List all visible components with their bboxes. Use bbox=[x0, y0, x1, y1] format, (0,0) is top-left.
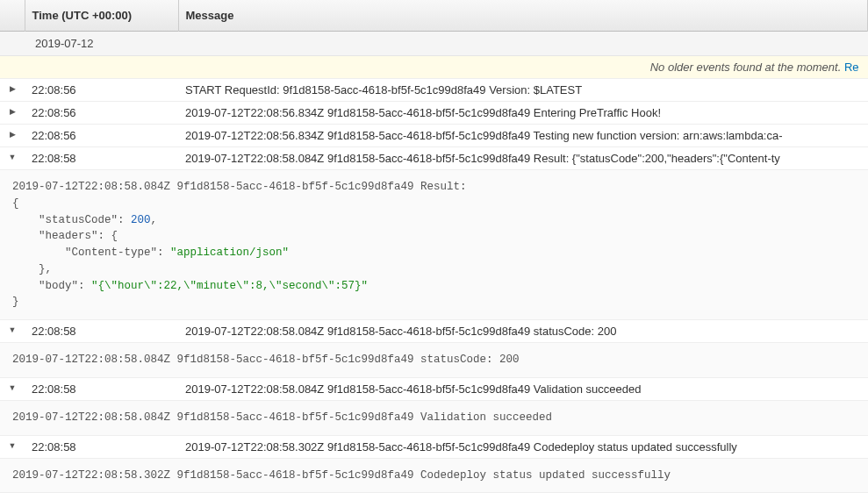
log-time: 22:08:58 bbox=[25, 147, 178, 170]
log-time: 22:08:56 bbox=[25, 125, 178, 147]
chevron-right-icon bbox=[10, 83, 16, 93]
log-time: 22:08:56 bbox=[25, 79, 178, 102]
detail-text: 2019-07-12T22:08:58.084Z 9f1d8158-5acc-4… bbox=[0, 400, 868, 435]
log-row[interactable]: 22:08:58 2019-07-12T22:08:58.084Z 9f1d81… bbox=[0, 377, 868, 400]
log-row[interactable]: 22:08:56 START RequestId: 9f1d8158-5acc-… bbox=[0, 79, 868, 102]
table-header-row: Time (UTC +00:00) Message bbox=[0, 0, 868, 32]
detail-text: 2019-07-12T22:08:58.302Z 9f1d8158-5acc-4… bbox=[0, 458, 868, 493]
log-table: Time (UTC +00:00) Message 2019-07-12 No … bbox=[0, 0, 868, 493]
date-group-label: 2019-07-12 bbox=[0, 32, 868, 56]
expanded-detail: 2019-07-12T22:08:58.084Z 9f1d8158-5acc-4… bbox=[0, 170, 868, 320]
info-banner: No older events found at the moment. Re bbox=[0, 56, 868, 79]
log-row[interactable]: 22:08:58 2019-07-12T22:08:58.084Z 9f1d81… bbox=[0, 147, 868, 170]
log-message: 2019-07-12T22:08:58.084Z 9f1d8158-5acc-4… bbox=[178, 147, 868, 170]
log-row[interactable]: 22:08:58 2019-07-12T22:08:58.302Z 9f1d81… bbox=[0, 435, 868, 458]
log-message: 2019-07-12T22:08:58.084Z 9f1d8158-5acc-4… bbox=[178, 377, 868, 400]
expand-toggle[interactable] bbox=[0, 79, 25, 102]
expand-toggle[interactable] bbox=[0, 125, 25, 147]
expanded-detail: 2019-07-12T22:08:58.084Z 9f1d8158-5acc-4… bbox=[0, 400, 868, 435]
log-time: 22:08:58 bbox=[25, 435, 178, 458]
expand-toggle[interactable] bbox=[0, 147, 25, 170]
log-message: 2019-07-12T22:08:56.834Z 9f1d8158-5acc-4… bbox=[178, 125, 868, 147]
info-banner-link[interactable]: Re bbox=[844, 61, 859, 74]
expand-toggle[interactable] bbox=[0, 320, 25, 343]
log-time: 22:08:58 bbox=[25, 320, 178, 343]
expand-toggle[interactable] bbox=[0, 377, 25, 400]
log-row[interactable]: 22:08:56 2019-07-12T22:08:56.834Z 9f1d81… bbox=[0, 125, 868, 147]
chevron-down-icon bbox=[9, 440, 17, 450]
chevron-right-icon bbox=[10, 106, 16, 116]
header-time[interactable]: Time (UTC +00:00) bbox=[25, 0, 178, 32]
log-row[interactable]: 22:08:58 2019-07-12T22:08:58.084Z 9f1d81… bbox=[0, 320, 868, 343]
chevron-down-icon bbox=[9, 382, 17, 392]
log-message: 2019-07-12T22:08:58.302Z 9f1d8158-5acc-4… bbox=[178, 435, 868, 458]
log-message: 2019-07-12T22:08:58.084Z 9f1d8158-5acc-4… bbox=[178, 320, 868, 343]
log-time: 22:08:56 bbox=[25, 102, 178, 125]
expanded-detail: 2019-07-12T22:08:58.084Z 9f1d8158-5acc-4… bbox=[0, 343, 868, 378]
log-row[interactable]: 22:08:56 2019-07-12T22:08:56.834Z 9f1d81… bbox=[0, 102, 868, 125]
expand-toggle[interactable] bbox=[0, 435, 25, 458]
detail-prefix: 2019-07-12T22:08:58.084Z 9f1d8158-5acc-4… bbox=[12, 181, 467, 193]
chevron-down-icon bbox=[9, 325, 17, 334]
header-message[interactable]: Message bbox=[178, 0, 868, 32]
expand-toggle[interactable] bbox=[0, 102, 25, 125]
date-group-row: 2019-07-12 bbox=[0, 32, 868, 56]
detail-text: 2019-07-12T22:08:58.084Z 9f1d8158-5acc-4… bbox=[0, 343, 868, 378]
info-banner-text: No older events found at the moment. bbox=[650, 61, 842, 74]
header-expand bbox=[0, 0, 25, 32]
log-message: 2019-07-12T22:08:56.834Z 9f1d8158-5acc-4… bbox=[178, 102, 868, 125]
chevron-down-icon bbox=[9, 152, 17, 161]
log-message: START RequestId: 9f1d8158-5acc-4618-bf5f… bbox=[178, 79, 868, 102]
log-time: 22:08:58 bbox=[25, 377, 178, 400]
expanded-detail: 2019-07-12T22:08:58.302Z 9f1d8158-5acc-4… bbox=[0, 458, 868, 493]
chevron-right-icon bbox=[10, 129, 16, 139]
